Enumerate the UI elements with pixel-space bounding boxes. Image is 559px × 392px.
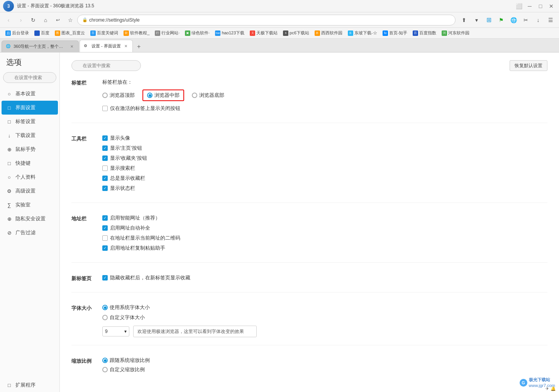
fontsize-value: 9 [105,329,108,334]
restore-back-btn[interactable]: ↩ [53,15,63,25]
minimize-btn[interactable]: ─ [525,2,534,11]
tabbar-middle-option[interactable]: 浏览器中部 [142,90,184,101]
tabbar-close-btn-checkbox [102,106,108,111]
window-title: 设置 - 界面设置 - 360极速浏览器 13.5 [17,3,514,9]
bookmark-dongpo[interactable]: 东 东坡下载-☆ [346,29,379,37]
download-btn[interactable]: ↓ [533,15,544,25]
fontsize-dropdown[interactable]: 9 ▾ [102,326,129,336]
bookmark-hao123[interactable]: hao hao123下载 [213,29,247,37]
nav-arrow-btn[interactable]: ▾ [471,15,482,25]
tabbar-close-btn-option[interactable]: 仅在激活的标签上显示关闭按钮 [102,105,547,112]
fontsize-system[interactable]: 使用系统字体大小 [102,304,547,311]
bookmark-login[interactable]: 后 后台登录 [3,29,31,37]
fontsize-section: 字体大小 使用系统字体大小 自定义字体大小 9 ▾ 欢迎使用极速浏览器，这里可以… [71,304,547,345]
bookmark-hedong[interactable]: 河 河东软件园 [439,29,472,37]
ui-settings-icon: □ [6,105,12,111]
menu-btn[interactable]: ⬜ [514,2,523,11]
tabbar-bottom-option[interactable]: 浏览器底部 [192,92,224,99]
bookmark-baiduindex[interactable]: 百 百度指数 [410,29,439,37]
toolbar-avatar[interactable]: 显示头像 [102,135,547,142]
sidebar-item-download[interactable]: ↓ 下载设置 [0,128,59,142]
tab-settings[interactable]: ⚙ 设置 - 界面设置 ✕ [80,40,133,52]
addressbar-autocomplete[interactable]: 启用网址自动补全 [102,225,547,231]
toolbar-bookmarks-bar[interactable]: 总是显示收藏栏 [102,175,547,182]
sidebar-item-shortcuts[interactable]: □ 快捷键 [0,156,59,170]
sidebar-item-adblock[interactable]: ⊘ 广告过滤 [0,226,59,240]
zoom-system[interactable]: 跟随系统缩放比例 [102,357,547,364]
back-btn[interactable]: ‹ [3,15,14,25]
toolbar-content: 显示头像 显示'主页'按钮 显示'收藏夹'按钮 显示搜索栏 总是显示收藏栏 [102,135,547,195]
settings-search-wrap [71,60,141,71]
tabbar-middle-radio [147,93,152,98]
toolbar-statusbar[interactable]: 显示状态栏 [102,185,547,192]
close-btn[interactable]: ✕ [547,2,556,11]
bookmark-industry[interactable]: 行 行业网站· [152,29,182,37]
sidebar-item-ui[interactable]: □ 界面设置 [2,101,58,115]
windows-btn[interactable]: ⊞ [483,15,494,25]
toolbar-favorites-checkbox [102,155,108,161]
content-topbar: 恢复默认设置 [71,60,547,71]
sidebar-item-profile[interactable]: ○ 个人资料 [0,170,59,184]
bookmark-baidu[interactable]: 🐾 百度 [32,29,52,37]
bookmark-tutorial[interactable]: 软 软件教程_ [121,29,152,37]
bookmark-btn[interactable]: ☆ [65,15,76,25]
basic-settings-icon: ○ [6,91,12,97]
sidebar-item-tabs[interactable]: □ 标签设置 [0,115,59,128]
tab-favicon-settings: ⚙ [84,44,89,49]
settings-search-input[interactable] [71,60,141,71]
sidebar-item-lab[interactable]: ∑ 实验室 [0,198,59,212]
bookmark-green[interactable]: ✖ 绿色软件· [183,29,212,37]
advanced-settings-icon: ⚙ [6,188,12,194]
flag-btn[interactable]: ⚑ [496,15,506,25]
globe-btn[interactable]: 🌐 [508,15,519,25]
menu-dots-btn[interactable]: ☰ [545,15,556,25]
tab-close-home[interactable]: ✕ [69,44,75,49]
bookmark-icon-industry: 行 [155,30,160,36]
bookmark-keyword[interactable]: 百 百度关键词 [88,29,120,37]
sidebar-search-input[interactable] [3,72,56,83]
bookmark-star-btn[interactable]: ⬆ [459,15,469,25]
toolbar-home[interactable]: 显示'主页'按钮 [102,145,547,152]
sidebar-search-wrap [0,72,59,87]
bookmark-tianji[interactable]: 天 天极下载站 [247,29,280,37]
sidebar-item-privacy[interactable]: ⊕ 隐私安全设置 [0,212,59,226]
sidebar-item-advanced[interactable]: ⚙ 高级设置 [0,184,59,198]
tabbar-top-option[interactable]: 浏览器顶部 [102,92,135,99]
sidebar-item-profile-label: 个人资料 [15,174,36,181]
toolbar-favorites[interactable]: 显示'收藏夹'按钮 [102,155,547,162]
home-btn[interactable]: ⌂ [40,15,51,25]
address-bar[interactable]: 🔒 chrome://settings/uiStyle [77,15,456,25]
addressbar-clipboard[interactable]: 启用地址栏复制粘贴助手 [102,245,547,252]
tab-home[interactable]: 🌐 360导航一个主页，整个世界 ✕ [2,41,79,52]
scissors-btn[interactable]: ✂ [520,15,531,25]
zoom-content: 跟随系统缩放比例 自定义缩放比例 [102,357,547,373]
addressbar-label: 地址栏 [71,215,102,255]
bookmark-zhihu[interactable]: 知 首页-知乎 [380,29,410,37]
sidebar-item-gesture[interactable]: ⊕ 鼠标手势 [0,142,59,156]
tab-close-settings[interactable]: ✕ [123,44,129,49]
toolbar-search[interactable]: 显示搜索栏 [102,165,547,172]
maximize-btn[interactable]: □ [536,2,545,11]
sidebar-item-lab-label: 实验室 [15,201,30,208]
fontsize-custom[interactable]: 自定义字体大小 [102,314,547,321]
newtab-show-favorites[interactable]: 隐藏收藏栏后，在新标签页显示收藏 [102,274,547,281]
toolbar-label: 工具栏 [71,135,102,195]
new-tab-btn[interactable]: + [134,41,144,52]
bookmark-pc6[interactable]: 6 pc6下载站 [281,29,312,37]
addressbar-section: 地址栏 启用智能网址（推荐） 启用网址自动补全 在地址栏显示当前网址的二维码 启… [71,215,547,263]
shortcuts-settings-icon: □ [6,160,12,166]
zoom-custom[interactable]: 自定义缩放比例 [102,366,547,373]
bookmark-xixi[interactable]: 西 西西软件园 [312,29,345,37]
sidebar-item-basic[interactable]: ○ 基本设置 [0,87,59,101]
bookmark-chart[interactable]: 图 图表_百度云 [53,29,87,37]
restore-defaults-btn[interactable]: 恢复默认设置 [510,60,547,71]
addressbar-qrcode[interactable]: 在地址栏显示当前网址的二维码 [102,235,547,242]
forward-btn[interactable]: › [15,15,26,25]
addressbar-smart[interactable]: 启用智能网址（推荐） [102,215,547,221]
zoom-system-radio [102,358,108,363]
content-area: 恢复默认设置 标签栏 标签栏放在： 浏览器顶部 浏览器中部 [60,52,559,392]
sidebar-item-extensions[interactable]: □ 扩展程序 [0,378,60,392]
newtab-content: 隐藏收藏栏后，在新标签页显示收藏 [102,274,547,284]
refresh-btn[interactable]: ↻ [28,15,39,25]
bookmark-icon-zhihu: 知 [383,30,388,36]
